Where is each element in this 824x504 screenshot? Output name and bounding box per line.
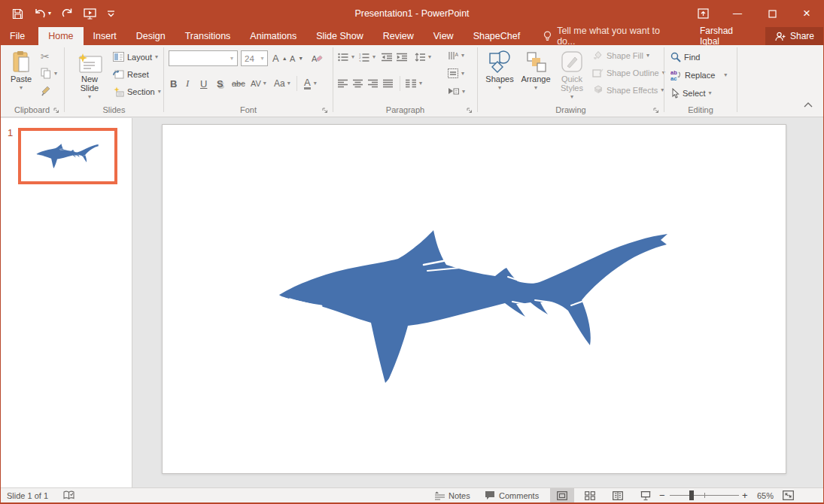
select-button[interactable]: Select ▾ [670, 85, 712, 101]
font-color-button[interactable]: A▾ [304, 75, 317, 92]
increase-font-size-button[interactable]: A▲ [272, 50, 287, 66]
zoom-out-button[interactable]: − [659, 488, 665, 502]
slide[interactable] [162, 124, 786, 474]
slide-show-view-button[interactable] [634, 488, 658, 502]
collapse-ribbon-button[interactable] [804, 102, 813, 108]
convert-to-smartart-button[interactable]: ▾ [448, 83, 465, 99]
user-name[interactable]: Farshad Iqbal [689, 27, 765, 45]
tab-animations[interactable]: Animations [240, 27, 306, 45]
new-slide-button[interactable]: New Slide ▾ [71, 47, 108, 100]
bullets-button[interactable]: ▾ [338, 49, 354, 65]
clear-formatting-button[interactable]: A [312, 50, 323, 66]
text-shadow-button[interactable]: S [217, 75, 223, 92]
shark-shape[interactable] [278, 230, 669, 384]
italic-button[interactable]: I [186, 75, 189, 92]
replace-button[interactable]: abac Replace ▾ [670, 67, 727, 83]
zoom-in-button[interactable]: + [742, 488, 748, 502]
tab-file[interactable]: File [0, 27, 35, 45]
font-size-combobox[interactable]: 24 ▾ [241, 50, 268, 66]
fit-slide-to-window-button[interactable] [783, 488, 794, 502]
font-name-dropdown-icon[interactable]: ▾ [227, 55, 237, 62]
justify-button[interactable] [383, 75, 393, 91]
shapes-button[interactable]: Shapes ▾ [482, 47, 517, 91]
zoom-level-button[interactable]: 65% [757, 488, 774, 502]
bold-button[interactable]: B [170, 75, 177, 92]
cut-button[interactable]: ✂ [41, 48, 50, 64]
tab-shapechef[interactable]: ShapeChef [464, 27, 531, 45]
minimize-button[interactable]: — [720, 0, 755, 27]
line-spacing-button[interactable]: ▾ [415, 49, 431, 65]
notes-button[interactable]: Notes [435, 488, 470, 502]
customize-qat-icon[interactable] [107, 10, 115, 17]
shape-effects-button[interactable]: Shape Effects ▾ [592, 82, 664, 98]
layout-label: Layout [127, 53, 152, 62]
section-button[interactable]: Section ▾ [113, 83, 161, 99]
tab-design[interactable]: Design [126, 27, 175, 45]
share-button[interactable]: Share [765, 27, 824, 45]
tab-slide-show[interactable]: Slide Show [306, 27, 373, 45]
tab-view[interactable]: View [424, 27, 464, 45]
align-center-button[interactable] [353, 75, 363, 91]
change-case-dropdown-icon: ▾ [287, 80, 290, 87]
undo-dropdown-icon[interactable]: ▾ [48, 11, 51, 17]
align-right-button[interactable] [368, 75, 378, 91]
quick-styles-button[interactable]: Quick Styles ▾ [555, 47, 589, 100]
copy-dropdown-icon[interactable]: ▾ [54, 71, 57, 77]
zoom-slider-handle[interactable] [689, 490, 694, 500]
redo-icon[interactable] [62, 8, 73, 19]
format-painter-button[interactable] [41, 83, 51, 99]
find-button[interactable]: Find [670, 49, 700, 65]
character-spacing-button[interactable]: AV▾ [251, 75, 266, 92]
reset-button[interactable]: Reset [113, 66, 149, 82]
align-left-button[interactable] [338, 75, 348, 91]
strikethrough-button[interactable]: abc [232, 75, 245, 92]
numbering-button[interactable]: 123 ▾ [359, 49, 376, 65]
decrease-font-size-button[interactable]: A▼ [290, 50, 303, 66]
increase-indent-button[interactable] [397, 49, 407, 65]
undo-button[interactable]: ▾ [34, 8, 51, 19]
paste-button[interactable]: Paste ▾ [5, 47, 38, 91]
tab-transitions[interactable]: Transitions [175, 27, 241, 45]
shape-fill-button[interactable]: Shape Fill ▾ [592, 47, 649, 63]
tab-review[interactable]: Review [373, 27, 424, 45]
slide-sorter-view-button[interactable] [578, 488, 602, 502]
shape-outline-button[interactable]: Shape Outline ▾ [592, 65, 665, 80]
ribbon-display-options-icon[interactable] [686, 0, 720, 27]
select-icon [670, 88, 680, 99]
font-size-dropdown-icon[interactable]: ▾ [257, 55, 267, 62]
slide-editor-canvas[interactable] [133, 118, 824, 487]
copy-button[interactable]: ▾ [41, 65, 57, 81]
decrease-indent-button[interactable] [382, 49, 392, 65]
tell-me-box[interactable]: Tell me what you want to do... [534, 27, 689, 45]
slide-thumbnail[interactable] [18, 128, 117, 184]
align-text-button[interactable]: ▾ [448, 65, 464, 81]
clipboard-dialog-launcher-icon[interactable] [53, 108, 59, 114]
font-name-combobox[interactable]: ▾ [169, 50, 238, 66]
tab-insert[interactable]: Insert [84, 27, 126, 45]
arrange-button[interactable]: Arrange ▾ [518, 47, 553, 91]
comments-button[interactable]: Comments [485, 488, 539, 502]
columns-button[interactable]: ▾ [406, 75, 422, 91]
paste-dropdown-icon[interactable]: ▾ [20, 85, 23, 91]
change-case-button[interactable]: Aa▾ [274, 75, 290, 92]
font-dialog-launcher-icon[interactable] [322, 108, 328, 114]
slide-thumbnail-panel[interactable]: 1 [0, 118, 132, 487]
underline-button[interactable]: U [200, 75, 207, 92]
clear-formatting-icon: A [312, 53, 323, 64]
spell-check-button[interactable] [63, 488, 74, 502]
slide-indicator[interactable]: Slide 1 of 1 [7, 488, 48, 502]
shape-effects-label: Shape Effects [607, 86, 658, 95]
paragraph-dialog-launcher-icon[interactable] [467, 108, 473, 114]
zoom-slider[interactable] [670, 488, 739, 502]
reading-view-button[interactable] [606, 488, 630, 502]
new-slide-dropdown-icon[interactable]: ▾ [88, 94, 91, 100]
layout-button[interactable]: Layout ▾ [113, 49, 158, 65]
drawing-dialog-launcher-icon[interactable] [653, 108, 659, 114]
start-from-beginning-icon[interactable] [84, 8, 96, 20]
normal-view-button[interactable] [550, 488, 574, 502]
save-icon[interactable] [12, 8, 23, 20]
close-button[interactable]: × [789, 0, 824, 27]
maximize-button[interactable] [755, 0, 789, 27]
text-direction-button[interactable]: A ▾ [448, 47, 464, 63]
tab-home[interactable]: Home [38, 27, 83, 45]
